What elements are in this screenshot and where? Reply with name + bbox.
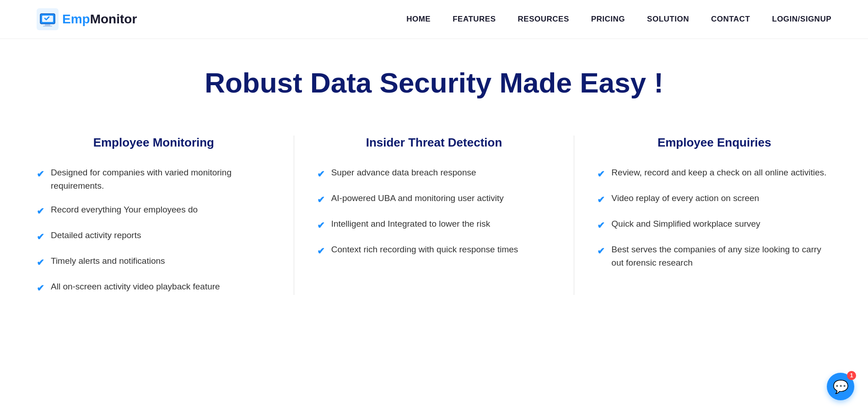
list-item: ✔ Timely alerts and notifications [37,255,271,269]
insider-threat-column: Insider Threat Detection ✔ Super advance… [317,136,551,295]
logo-text: EmpMonitor [62,12,137,27]
employee-enquiries-column: Employee Enquiries ✔ Review, record and … [597,136,831,295]
feature-text: Record everything Your employees do [51,203,198,217]
employee-monitoring-column: Employee Monitoring ✔ Designed for compa… [37,136,271,295]
list-item: ✔ Quick and Simplified workplace survey [597,218,831,232]
feature-text: Video replay of every action on screen [611,192,759,205]
feature-text: Intelligent and Integrated to lower the … [331,218,490,231]
hero-title: Robust Data Security Made Easy ! [37,66,831,99]
feature-text: AI-powered UBA and monitoring user activ… [331,192,504,205]
feature-text: Best serves the companies of any size lo… [611,243,831,269]
feature-text: Detailed activity reports [51,229,141,242]
list-item: ✔ Review, record and keep a check on all… [597,166,831,181]
list-item: ✔ Video replay of every action on screen [597,192,831,207]
feature-text: Timely alerts and notifications [51,255,165,268]
features-section: Employee Monitoring ✔ Designed for compa… [0,113,868,322]
main-nav: HOME FEATURES RESOURCES PRICING SOLUTION… [406,15,831,24]
nav-resources[interactable]: RESOURCES [518,15,569,24]
svg-rect-3 [45,24,50,26]
check-icon: ✔ [37,167,44,181]
feature-text: All on-screen activity video playback fe… [51,280,220,294]
nav-home[interactable]: HOME [406,15,431,24]
check-icon: ✔ [597,167,605,181]
employee-enquiries-list: ✔ Review, record and keep a check on all… [597,166,831,269]
nav-login-signup[interactable]: LOGIN/SIGNUP [772,15,831,24]
check-icon: ✔ [37,230,44,244]
check-icon: ✔ [317,193,325,207]
list-item: ✔ All on-screen activity video playback … [37,280,271,295]
chat-icon: 💬 [833,379,849,394]
nav-solution[interactable]: SOLUTION [647,15,689,24]
hero-section: Robust Data Security Made Easy ! [0,39,868,113]
nav-features[interactable]: FEATURES [453,15,496,24]
list-item: ✔ Designed for companies with varied mon… [37,166,271,192]
nav-pricing[interactable]: PRICING [591,15,625,24]
check-icon: ✔ [597,244,605,258]
check-icon: ✔ [597,218,605,232]
divider-2 [574,136,574,295]
insider-threat-list: ✔ Super advance data breach response ✔ A… [317,166,551,258]
check-icon: ✔ [597,193,605,207]
check-icon: ✔ [317,244,325,258]
list-item: ✔ Context rich recording with quick resp… [317,243,551,258]
list-item: ✔ Super advance data breach response [317,166,551,181]
employee-monitoring-list: ✔ Designed for companies with varied mon… [37,166,271,295]
svg-rect-4 [43,26,52,27]
check-icon: ✔ [317,167,325,181]
check-icon: ✔ [37,204,44,218]
feature-text: Designed for companies with varied monit… [51,166,271,192]
chat-badge: 1 [847,371,856,380]
list-item: ✔ AI-powered UBA and monitoring user act… [317,192,551,207]
site-header: EmpMonitor HOME FEATURES RESOURCES PRICI… [0,0,868,39]
list-item: ✔ Record everything Your employees do [37,203,271,218]
feature-text: Super advance data breach response [331,166,476,180]
list-item: ✔ Detailed activity reports [37,229,271,244]
check-icon: ✔ [37,256,44,269]
divider-1 [294,136,294,295]
insider-threat-title: Insider Threat Detection [317,136,551,150]
list-item: ✔ Intelligent and Integrated to lower th… [317,218,551,232]
employee-monitoring-title: Employee Monitoring [37,136,271,150]
logo-icon [37,8,59,30]
check-icon: ✔ [37,281,44,295]
chat-bubble-button[interactable]: 💬 1 [827,373,854,400]
feature-text: Context rich recording with quick respon… [331,243,518,256]
check-icon: ✔ [317,218,325,232]
nav-contact[interactable]: CONTACT [711,15,750,24]
feature-text: Review, record and keep a check on all o… [611,166,826,180]
logo[interactable]: EmpMonitor [37,8,137,30]
list-item: ✔ Best serves the companies of any size … [597,243,831,269]
employee-enquiries-title: Employee Enquiries [597,136,831,150]
feature-text: Quick and Simplified workplace survey [611,218,760,231]
